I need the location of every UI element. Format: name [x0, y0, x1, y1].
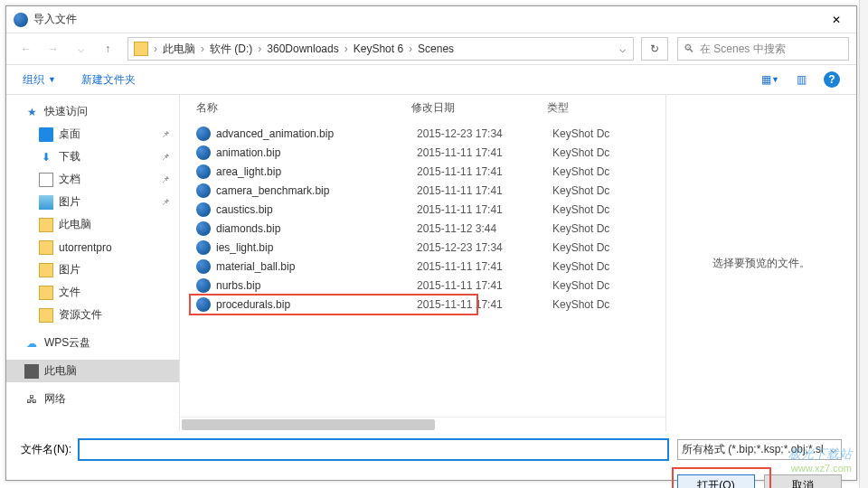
- breadcrumb-item[interactable]: Scenes: [414, 42, 458, 55]
- breadcrumb-item[interactable]: 360Downloads: [263, 42, 342, 55]
- file-row[interactable]: animation.bip2015-11-11 17:41KeyShot Dc: [180, 143, 665, 162]
- folder-icon: [39, 218, 53, 232]
- new-folder-button[interactable]: 新建文件夹: [76, 69, 141, 91]
- network-icon: 🖧︎: [24, 392, 39, 407]
- folder-icon: [39, 263, 53, 277]
- organize-button[interactable]: 组织▼: [17, 69, 61, 91]
- scrollbar-thumb[interactable]: [182, 419, 435, 430]
- filename-input[interactable]: [79, 439, 668, 460]
- breadcrumb[interactable]: › 此电脑 › 软件 (D:) › 360Downloads › KeyShot…: [127, 37, 634, 61]
- sidebar-item-wps-cloud[interactable]: ☁WPS云盘: [6, 332, 179, 354]
- chevron-right-icon: ›: [199, 42, 206, 55]
- pin-icon: 📌︎: [161, 152, 170, 162]
- help-button[interactable]: ?: [818, 69, 845, 90]
- file-row[interactable]: procedurals.bip2015-11-11 17:41KeyShot D…: [180, 295, 665, 314]
- file-type-filter[interactable]: 所有格式 (*.bip;*.ksp;*.obj;*.sl: [677, 439, 842, 460]
- breadcrumb-dropdown-icon[interactable]: ⌵: [612, 42, 633, 55]
- file-row[interactable]: camera_benchmark.bip2015-11-11 17:41KeyS…: [180, 181, 665, 200]
- cancel-button[interactable]: 取消: [764, 474, 842, 488]
- file-type: KeyShot Dc: [552, 203, 609, 216]
- file-date: 2015-12-23 17:34: [417, 241, 552, 254]
- nav-forward-button[interactable]: →: [41, 37, 66, 61]
- pin-icon: 📌︎: [161, 129, 170, 139]
- column-date[interactable]: 修改日期: [411, 100, 547, 116]
- preview-pane-button[interactable]: ▥: [788, 69, 815, 90]
- sidebar-item-thispc[interactable]: 此电脑: [6, 213, 179, 236]
- sidebar: ★快速访问 桌面📌︎ ⬇下载📌︎ 文档📌︎ 图片📌︎ 此电脑 utorrentp…: [6, 95, 180, 431]
- open-button[interactable]: 打开(O): [677, 474, 755, 488]
- help-icon: ?: [824, 71, 840, 88]
- file-date: 2015-11-11 17:41: [417, 279, 552, 292]
- file-icon: [196, 202, 211, 217]
- pin-icon: 📌︎: [161, 197, 170, 207]
- main-area: ★快速访问 桌面📌︎ ⬇下载📌︎ 文档📌︎ 图片📌︎ 此电脑 utorrentp…: [6, 95, 856, 431]
- file-name: diamonds.bip: [216, 222, 417, 235]
- sidebar-item-pictures2[interactable]: 图片: [6, 258, 179, 281]
- nav-up-button[interactable]: ↑: [95, 37, 120, 61]
- sidebar-item-utorrentpro[interactable]: utorrentpro: [6, 236, 179, 258]
- file-icon: [196, 145, 211, 160]
- desktop-icon: [39, 127, 53, 142]
- file-name: camera_benchmark.bip: [216, 184, 417, 197]
- column-name[interactable]: 名称: [196, 100, 411, 116]
- file-row[interactable]: material_ball.bip2015-11-11 17:41KeyShot…: [180, 257, 665, 276]
- file-date: 2015-11-11 17:41: [417, 260, 552, 273]
- file-type: KeyShot Dc: [552, 241, 609, 254]
- file-type: KeyShot Dc: [552, 279, 609, 292]
- nav-recent-button[interactable]: ⌵: [68, 37, 93, 61]
- file-icon: [196, 164, 211, 179]
- sidebar-item-this-pc[interactable]: 此电脑: [6, 360, 179, 382]
- filename-row: 文件名(N): 所有格式 (*.bip;*.ksp;*.obj;*.sl: [6, 431, 856, 467]
- sidebar-item-pictures[interactable]: 图片📌︎: [6, 191, 179, 213]
- breadcrumb-item[interactable]: KeyShot 6: [350, 42, 407, 55]
- nav-back-button[interactable]: ←: [14, 37, 39, 61]
- horizontal-scrollbar[interactable]: [180, 417, 665, 431]
- file-name: nurbs.bip: [216, 279, 417, 292]
- folder-icon: [39, 286, 53, 300]
- nav-row: ← → ⌵ ↑ › 此电脑 › 软件 (D:) › 360Downloads ›…: [6, 33, 856, 64]
- titlebar: 导入文件 ✕: [6, 6, 856, 33]
- file-icon: [196, 127, 211, 141]
- close-button[interactable]: ✕: [816, 6, 856, 33]
- download-icon: ⬇: [39, 150, 53, 164]
- cloud-icon: ☁: [24, 336, 39, 351]
- document-icon: [39, 173, 53, 187]
- sidebar-item-quick-access[interactable]: ★快速访问: [6, 100, 179, 123]
- file-type: KeyShot Dc: [552, 222, 609, 235]
- import-file-dialog: 导入文件 ✕ ← → ⌵ ↑ › 此电脑 › 软件 (D:) › 360Down…: [5, 5, 857, 481]
- view-options-button[interactable]: ▦ ▼: [757, 69, 784, 90]
- file-icon: [196, 278, 211, 293]
- folder-icon: [134, 42, 148, 56]
- toolbar: 组织▼ 新建文件夹 ▦ ▼ ▥ ?: [6, 64, 856, 95]
- file-row[interactable]: nurbs.bip2015-11-11 17:41KeyShot Dc: [180, 276, 665, 295]
- file-row[interactable]: advanced_animation.bip2015-12-23 17:34Ke…: [180, 124, 665, 143]
- file-name: procedurals.bip: [216, 298, 417, 311]
- file-icon: [196, 297, 211, 312]
- sidebar-item-documents[interactable]: 文档📌︎: [6, 168, 179, 191]
- file-row[interactable]: ies_light.bip2015-12-23 17:34KeyShot Dc: [180, 238, 665, 257]
- pictures-icon: [39, 195, 53, 210]
- file-date: 2015-11-12 3:44: [417, 222, 552, 235]
- file-area: 名称 修改日期 类型 advanced_animation.bip2015-12…: [180, 95, 856, 431]
- sidebar-item-files[interactable]: 文件: [6, 281, 179, 304]
- sidebar-item-resource-files[interactable]: 资源文件: [6, 304, 179, 326]
- file-icon: [196, 259, 211, 274]
- breadcrumb-item[interactable]: 软件 (D:): [206, 42, 256, 57]
- file-icon: [196, 221, 211, 236]
- search-input[interactable]: 🔍︎ 在 Scenes 中搜索: [677, 37, 849, 61]
- breadcrumb-item[interactable]: 此电脑: [159, 42, 199, 57]
- file-row[interactable]: diamonds.bip2015-11-12 3:44KeyShot Dc: [180, 219, 665, 238]
- sidebar-item-network[interactable]: 🖧︎网络: [6, 388, 179, 410]
- column-headers: 名称 修改日期 类型: [180, 95, 665, 120]
- file-list: 名称 修改日期 类型 advanced_animation.bip2015-12…: [180, 95, 666, 431]
- refresh-button[interactable]: ↻: [641, 37, 668, 61]
- file-row[interactable]: caustics.bip2015-11-11 17:41KeyShot Dc: [180, 200, 665, 219]
- file-row[interactable]: area_light.bip2015-11-11 17:41KeyShot Dc: [180, 162, 665, 181]
- column-type[interactable]: 类型: [547, 100, 665, 116]
- outer-window-edge: [859, 0, 868, 488]
- sidebar-item-downloads[interactable]: ⬇下载📌︎: [6, 145, 179, 168]
- folder-icon: [39, 308, 53, 323]
- file-date: 2015-11-11 17:41: [417, 184, 552, 197]
- sidebar-item-desktop[interactable]: 桌面📌︎: [6, 123, 179, 145]
- file-name: caustics.bip: [216, 203, 417, 216]
